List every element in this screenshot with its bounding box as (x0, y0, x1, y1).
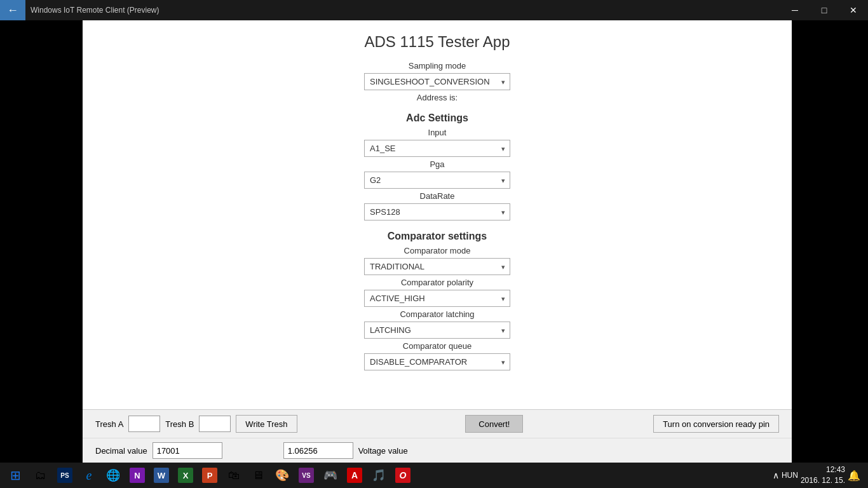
comparator-latching-label: Comparator latching (108, 309, 766, 319)
sampling-mode-select[interactable]: SINGLESHOOT_CONVERSION CONTINUOUS_CONVER… (364, 73, 510, 90)
write-tresh-button[interactable]: Write Tresh (236, 415, 297, 433)
comparator-polarity-label: Comparator polarity (108, 278, 766, 287)
taskbar-powerpoint[interactable]: P (198, 464, 221, 487)
app-title: ADS 1115 Tester App (108, 33, 766, 51)
comparator-settings-heading: Comparator settings (108, 231, 766, 242)
datarate-dropdown-wrapper: SPS128 SPS8 SPS16 SPS32 ▾ (364, 203, 510, 220)
convert-button[interactable]: Convert! (465, 415, 523, 433)
taskbar-app1[interactable]: 🎮 (319, 464, 342, 487)
notification-icon[interactable]: 🔔 (848, 470, 860, 482)
voltage-value-label: Voltage value (358, 446, 408, 456)
comparator-latching-select[interactable]: LATCHING NONLATCHING (364, 322, 510, 339)
taskbar-edge[interactable]: e (78, 464, 100, 487)
datarate-label: DataRate (108, 191, 766, 201)
comparator-queue-select[interactable]: DISABLE_COMPARATOR ONE_CONVERSION TWO_CO… (364, 353, 510, 370)
comparator-mode-label: Comparator mode (108, 246, 766, 255)
back-icon: ← (7, 4, 18, 17)
minimize-button[interactable]: ─ (780, 0, 810, 20)
taskbar-word[interactable]: W (150, 464, 173, 487)
taskbar-chrome[interactable]: 🌐 (102, 464, 125, 487)
pga-label: Pga (108, 159, 766, 169)
comparator-polarity-dropdown-wrapper: ACTIVE_HIGH ACTIVE_LOW ▾ (364, 290, 510, 307)
datarate-select[interactable]: SPS128 SPS8 SPS16 SPS32 (364, 203, 510, 220)
main-content: ADS 1115 Tester App Sampling mode SINGLE… (83, 20, 792, 463)
tresh-a-input[interactable] (128, 416, 160, 432)
taskbar-paint[interactable]: 🎨 (271, 464, 294, 487)
clock: 12:43 2016. 12. 15. (801, 464, 845, 486)
tresh-b-label: Tresh B (165, 419, 194, 429)
comparator-polarity-select[interactable]: ACTIVE_HIGH ACTIVE_LOW (364, 290, 510, 307)
pga-select[interactable]: G2 G1 G0_5 G4 (364, 172, 510, 189)
turn-on-conversion-button[interactable]: Turn on conversion ready pin (653, 415, 779, 433)
taskbar-acrobat[interactable]: A (343, 464, 366, 487)
window-title: Windows IoT Remote Client (Preview) (25, 6, 780, 15)
bottom-area: Tresh A Tresh B Write Tresh Convert! Tur… (83, 409, 792, 463)
maximize-button[interactable]: □ (810, 0, 839, 20)
taskbar-onenote[interactable]: N (126, 464, 149, 487)
input-dropdown-wrapper: A1_SE A0_SE A2_SE A3_SE ▾ (364, 140, 510, 157)
lang-indicator: HUN (782, 471, 798, 480)
comparator-queue-dropdown-wrapper: DISABLE_COMPARATOR ONE_CONVERSION TWO_CO… (364, 353, 510, 370)
adc-settings-heading: Adc Settings (108, 112, 766, 124)
taskbar-itunes[interactable]: 🎵 (367, 464, 390, 487)
taskbar-store[interactable]: 🛍 (222, 464, 245, 487)
taskbar-powershell[interactable]: PS (53, 464, 76, 487)
title-bar: ← Windows IoT Remote Client (Preview) ─ … (0, 0, 868, 20)
taskbar-right: ∧ HUN 12:43 2016. 12. 15. 🔔 (773, 464, 865, 486)
window-controls: ─ □ ✕ (780, 0, 868, 20)
decimal-value-label: Decimal value (95, 446, 147, 456)
comparator-mode-dropdown-wrapper: TRADITIONAL WINDOW ▾ (364, 258, 510, 275)
tresh-a-label: Tresh A (95, 419, 123, 429)
taskbar-visual-studio[interactable]: VS (295, 464, 318, 487)
comparator-queue-label: Comparator queue (108, 341, 766, 351)
sampling-mode-label: Sampling mode (108, 61, 766, 71)
start-button[interactable]: ⊞ (3, 464, 28, 487)
taskbar-remote-desktop[interactable]: 🖥 (247, 464, 269, 487)
pga-dropdown-wrapper: G2 G1 G0_5 G4 ▾ (364, 172, 510, 189)
input-label: Input (108, 128, 766, 137)
tresh-b-input[interactable] (199, 416, 231, 432)
controls-row: Tresh A Tresh B Write Tresh Convert! Tur… (83, 410, 792, 438)
close-button[interactable]: ✕ (839, 0, 868, 20)
taskbar-opera[interactable]: O (391, 464, 414, 487)
comparator-latching-dropdown-wrapper: LATCHING NONLATCHING ▾ (364, 322, 510, 339)
comparator-mode-select[interactable]: TRADITIONAL WINDOW (364, 258, 510, 275)
back-button[interactable]: ← (0, 0, 25, 20)
sampling-mode-dropdown-wrapper: SINGLESHOOT_CONVERSION CONTINUOUS_CONVER… (364, 73, 510, 90)
voltage-value-input[interactable] (283, 442, 353, 459)
taskbar: ⊞ 🗂 PS e 🌐 N W X P 🛍 🖥 🎨 VS (0, 463, 868, 488)
taskbar-excel[interactable]: X (174, 464, 197, 487)
address-label: Address is: (108, 93, 766, 102)
input-select[interactable]: A1_SE A0_SE A2_SE A3_SE (364, 140, 510, 157)
tray-show-hidden[interactable]: ∧ (773, 470, 779, 480)
decimal-value-input[interactable] (153, 442, 222, 459)
values-row: Decimal value Voltage value (83, 438, 792, 463)
taskbar-file-explorer[interactable]: 🗂 (29, 464, 52, 487)
